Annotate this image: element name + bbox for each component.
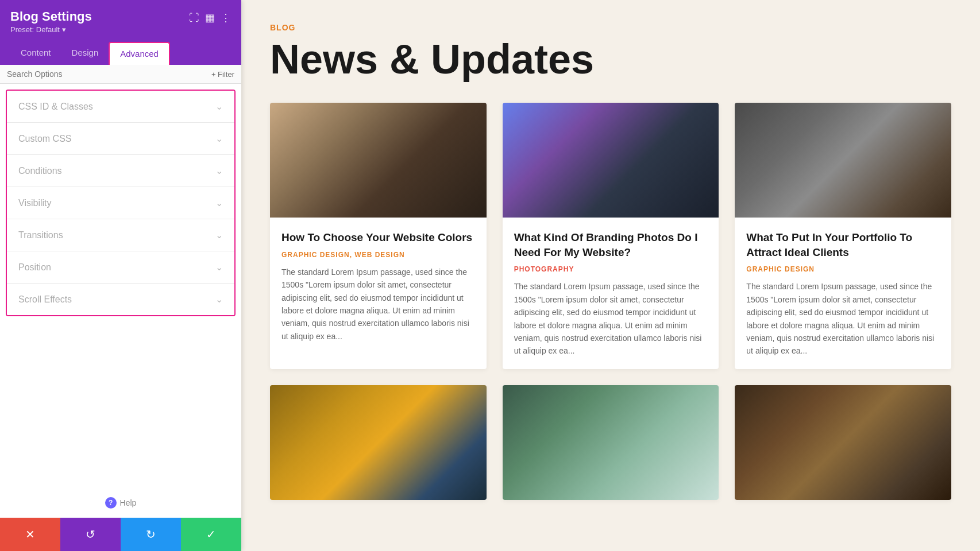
blog-card-grid: How To Choose Your Website Colors GRAPHI… bbox=[270, 103, 951, 369]
undo-icon: ↺ bbox=[86, 527, 95, 541]
blog-card-6[interactable] bbox=[735, 385, 951, 500]
accordion-scroll-effects-header[interactable]: Scroll Effects ⌄ bbox=[7, 284, 234, 315]
save-button[interactable]: ✓ bbox=[181, 518, 241, 551]
blog-card-6-image bbox=[735, 385, 951, 500]
blog-card-2-category: PHOTOGRAPHY bbox=[514, 265, 708, 273]
accordion-conditions-label: Conditions bbox=[18, 166, 62, 176]
accordion-container: CSS ID & Classes ⌄ Custom CSS ⌄ Conditio… bbox=[6, 90, 236, 316]
blog-card-1-category: GRAPHIC DESIGN, WEB DESIGN bbox=[281, 251, 475, 259]
accordion-transitions-label: Transitions bbox=[18, 230, 63, 240]
chevron-down-icon: ⌄ bbox=[215, 165, 223, 176]
accordion-css-id-label: CSS ID & Classes bbox=[18, 102, 93, 112]
accordion-custom-css: Custom CSS ⌄ bbox=[7, 123, 234, 155]
blog-card-1-title: How To Choose Your Website Colors bbox=[281, 230, 475, 245]
accordion-scroll-effects: Scroll Effects ⌄ bbox=[7, 284, 234, 315]
help-label: Help bbox=[120, 498, 137, 507]
undo-button[interactable]: ↺ bbox=[60, 518, 121, 551]
chevron-down-icon: ⌄ bbox=[215, 262, 223, 273]
blog-card-1-excerpt: The standard Lorem Ipsum passage, used s… bbox=[281, 266, 475, 343]
filter-button[interactable]: + Filter bbox=[211, 70, 234, 79]
blog-card-5[interactable] bbox=[503, 385, 719, 500]
accordion-visibility: Visibility ⌄ bbox=[7, 187, 234, 219]
expand-icon[interactable]: ⛶ bbox=[189, 12, 199, 24]
accordion-position: Position ⌄ bbox=[7, 251, 234, 284]
redo-button[interactable]: ↻ bbox=[121, 518, 181, 551]
blog-card-3-title: What To Put In Your Portfolio To Attract… bbox=[746, 230, 940, 259]
panel-title: Blog Settings bbox=[10, 9, 92, 24]
panel-header: Blog Settings Preset: Default ▾ ⛶ ▦ ⋮ bbox=[0, 0, 241, 42]
accordion-conditions-header[interactable]: Conditions ⌄ bbox=[7, 155, 234, 187]
accordion-transitions: Transitions ⌄ bbox=[7, 219, 234, 251]
panel-title-group: Blog Settings Preset: Default ▾ bbox=[10, 9, 92, 34]
blog-card-2[interactable]: What Kind Of Branding Photos Do I Need F… bbox=[503, 103, 719, 369]
settings-panel: Blog Settings Preset: Default ▾ ⛶ ▦ ⋮ Co… bbox=[0, 0, 241, 551]
blog-card-3-image bbox=[735, 103, 951, 218]
blog-card-5-image bbox=[503, 385, 719, 500]
more-icon[interactable]: ⋮ bbox=[221, 11, 231, 24]
accordion-transitions-header[interactable]: Transitions ⌄ bbox=[7, 219, 234, 251]
cancel-icon: ✕ bbox=[25, 527, 35, 541]
accordion-css-id: CSS ID & Classes ⌄ bbox=[7, 91, 234, 123]
panel-search-bar: + Filter bbox=[0, 65, 241, 84]
blog-label: BLOG bbox=[270, 23, 951, 32]
accordion-conditions: Conditions ⌄ bbox=[7, 155, 234, 187]
blog-card-1-body: How To Choose Your Website Colors GRAPHI… bbox=[270, 218, 487, 354]
blog-card-3-category: GRAPHIC DESIGN bbox=[746, 265, 940, 273]
panel-header-icons: ⛶ ▦ ⋮ bbox=[189, 11, 231, 24]
chevron-down-icon: ⌄ bbox=[215, 133, 223, 144]
search-input[interactable] bbox=[7, 69, 207, 79]
blog-card-2-image bbox=[503, 103, 719, 218]
blog-card-1[interactable]: How To Choose Your Website Colors GRAPHI… bbox=[270, 103, 487, 369]
panel-tabs: Content Design Advanced bbox=[0, 42, 241, 65]
help-button[interactable]: ? Help bbox=[0, 488, 241, 518]
main-content: BLOG News & Updates How To Choose Your W… bbox=[241, 0, 980, 551]
accordion-css-id-header[interactable]: CSS ID & Classes ⌄ bbox=[7, 91, 234, 122]
redo-icon: ↻ bbox=[146, 527, 156, 541]
chevron-down-icon: ⌄ bbox=[215, 230, 223, 240]
chevron-down-icon: ⌄ bbox=[215, 101, 223, 112]
blog-card-4[interactable] bbox=[270, 385, 487, 500]
accordion-visibility-header[interactable]: Visibility ⌄ bbox=[7, 187, 234, 219]
help-icon: ? bbox=[105, 497, 117, 509]
tab-design[interactable]: Design bbox=[61, 42, 109, 65]
blog-card-4-image bbox=[270, 385, 487, 500]
blog-card-2-excerpt: The standard Lorem Ipsum passage, used s… bbox=[514, 280, 708, 357]
chevron-down-icon: ⌄ bbox=[215, 197, 223, 208]
cancel-button[interactable]: ✕ bbox=[0, 518, 60, 551]
panel-footer: ✕ ↺ ↻ ✓ bbox=[0, 518, 241, 551]
tab-content[interactable]: Content bbox=[10, 42, 61, 65]
panel-preset[interactable]: Preset: Default ▾ bbox=[10, 25, 92, 34]
accordion-custom-css-header[interactable]: Custom CSS ⌄ bbox=[7, 123, 234, 154]
chevron-down-icon: ⌄ bbox=[215, 294, 223, 305]
save-icon: ✓ bbox=[206, 527, 216, 541]
blog-card-3-body: What To Put In Your Portfolio To Attract… bbox=[735, 218, 951, 369]
tab-advanced[interactable]: Advanced bbox=[109, 42, 170, 65]
blog-card-2-title: What Kind Of Branding Photos Do I Need F… bbox=[514, 230, 708, 259]
blog-card-3[interactable]: What To Put In Your Portfolio To Attract… bbox=[735, 103, 951, 369]
blog-card-3-excerpt: The standard Lorem Ipsum passage, used s… bbox=[746, 280, 940, 357]
blog-title: News & Updates bbox=[270, 37, 951, 82]
accordion-position-header[interactable]: Position ⌄ bbox=[7, 251, 234, 283]
accordion-position-label: Position bbox=[18, 262, 51, 273]
accordion-visibility-label: Visibility bbox=[18, 198, 52, 208]
accordion-scroll-effects-label: Scroll Effects bbox=[18, 294, 72, 305]
accordion-custom-css-label: Custom CSS bbox=[18, 134, 71, 144]
blog-card-1-image bbox=[270, 103, 487, 218]
blog-card-2-body: What Kind Of Branding Photos Do I Need F… bbox=[503, 218, 719, 369]
columns-icon[interactable]: ▦ bbox=[205, 11, 215, 24]
blog-bottom-row bbox=[270, 385, 951, 500]
